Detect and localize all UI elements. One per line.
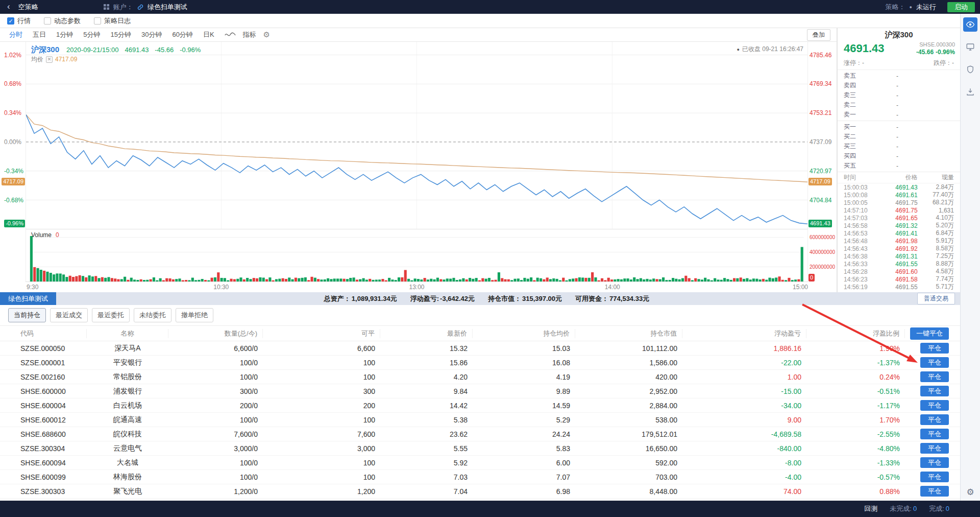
period-daily[interactable]: 日K [200, 30, 217, 39]
tab-recent-orders[interactable]: 最近委托 [92, 308, 130, 322]
period-60min[interactable]: 60分钟 [169, 30, 195, 39]
ask-level-3: 卖三- [838, 90, 960, 100]
watchlist-panel-icon[interactable] [963, 17, 977, 32]
position-row[interactable]: SHSE.600099林海股份100/01007.037.07703.00-4.… [0, 470, 960, 484]
position-name: 深天马A [87, 344, 168, 353]
overlay-button[interactable]: 叠加 [807, 29, 830, 41]
close-position-button[interactable]: 平仓 [920, 457, 949, 468]
period-5day[interactable]: 五日 [30, 30, 49, 39]
checkbox-box-strategy-log[interactable] [94, 17, 101, 25]
position-row[interactable]: SZSE.000001平安银行100/010015.8616.081,586.0… [0, 356, 960, 370]
close-position-button[interactable]: 平仓 [920, 357, 949, 368]
tick-column-header: 现量 [918, 173, 954, 182]
close-position-button[interactable]: 平仓 [920, 472, 949, 482]
tick-price: 4691.58 [880, 276, 917, 283]
tick-row: 15:00:054691.7568.21万 [838, 199, 960, 206]
indicator-button[interactable]: 指标 [243, 30, 256, 39]
strategy-title: 空策略 [18, 3, 38, 12]
bid-level-2-price: - [861, 133, 934, 140]
volume-chart-plot[interactable]: Volume 0 [26, 229, 808, 281]
period-30min[interactable]: 30分钟 [138, 30, 165, 39]
positions-panel: 当前持仓最近成交最近委托未结委托撤单拒绝 代码名称数量(总/今)可平最新价持仓均… [0, 305, 960, 501]
period-5min[interactable]: 5分钟 [80, 30, 103, 39]
position-avg-price: 14.59 [473, 402, 575, 410]
close-position-button[interactable]: 平仓 [920, 386, 949, 396]
position-closable: 200 [263, 402, 380, 410]
monitor-icon[interactable] [963, 40, 977, 54]
position-actions: 平仓 [905, 472, 960, 482]
shield-icon[interactable] [963, 62, 977, 77]
column-header-4: 最新价 [380, 329, 473, 338]
ask-level-3-label: 卖三 [844, 91, 861, 100]
close-position-button[interactable]: 平仓 [920, 343, 949, 354]
account-item-value: 774,534.33元 [609, 295, 649, 302]
avg-price-value: 4717.09 [55, 55, 77, 64]
finished-counter: 完成:0 [929, 504, 949, 513]
close-all-button[interactable]: 一键平仓 [910, 327, 949, 340]
close-position-button[interactable]: 平仓 [920, 443, 949, 454]
position-row[interactable]: SZSE.000050深天马A6,600/06,60015.3215.03101… [0, 341, 960, 356]
volume-axis-label: 600000000 [810, 234, 835, 241]
chart-header: 沪深300 2020-09-21/15:00 4691.43 -45.66 -0… [31, 45, 205, 64]
tab-open-orders[interactable]: 未结委托 [134, 308, 172, 322]
period-1min[interactable]: 1分钟 [53, 30, 76, 39]
checkbox-box-market[interactable]: ✓ [7, 17, 14, 25]
position-row[interactable]: SZSE.300303聚飞光电1,200/01,2007.046.988,448… [0, 484, 960, 499]
account-name[interactable]: 绿色扫单测试 [148, 3, 187, 12]
period-fenshi[interactable]: 分时 [6, 30, 26, 39]
trade-mode-button[interactable]: 普通交易 [917, 293, 955, 304]
tick-time: 14:57:10 [844, 207, 880, 214]
account-item-value: -3,642.42元 [440, 295, 475, 302]
avg-price-badge-left: 4717.09 [2, 178, 25, 185]
bid-level-4: 买四- [838, 151, 960, 161]
limit-row: 涨停：- 跌停：- [838, 58, 960, 70]
start-button[interactable]: 启动 [947, 2, 975, 12]
position-qty: 100/0 [168, 416, 263, 424]
close-position-button[interactable]: 平仓 [920, 371, 949, 382]
position-qty: 7,600/0 [168, 430, 263, 438]
checkbox-box-dynamic-params[interactable] [44, 17, 51, 25]
position-row[interactable]: SHSE.688600皖仪科技7,600/07,60023.6224.24179… [0, 427, 960, 441]
position-row[interactable]: SHSE.600004白云机场200/020014.4214.592,884.0… [0, 398, 960, 413]
position-code: SZSE.300303 [0, 487, 87, 496]
period-15min[interactable]: 15分钟 [107, 30, 134, 39]
chart-column: 分时五日1分钟5分钟15分钟30分钟60分钟日K 指标 ⚙ 叠加 [0, 28, 837, 292]
backtest-button[interactable]: 回测 [864, 504, 877, 513]
tick-table-header: 时间价格现量 [838, 172, 960, 183]
position-code: SHSE.600004 [0, 402, 87, 410]
left-axis-label: -0.34% [4, 168, 23, 175]
position-row[interactable]: SZSE.300304云意电气3,000/03,0005.555.8316,65… [0, 441, 960, 456]
tab-rejected-orders[interactable]: 撤单拒绝 [176, 308, 213, 322]
position-qty: 6,600/0 [168, 344, 263, 353]
time-axis-label: 15:00 [793, 284, 808, 291]
tick-time: 15:00:08 [844, 192, 880, 199]
position-row[interactable]: SZSE.002160常铝股份100/01004.204.19420.001.0… [0, 370, 960, 384]
price-chart-plot[interactable]: 沪深300 2020-09-21/15:00 4691.43 -45.66 -0… [26, 42, 808, 229]
position-row[interactable]: SHSE.600000浦发银行300/03009.849.892,952.00-… [0, 384, 960, 398]
checkbox-market[interactable]: ✓行情 [7, 16, 31, 26]
settings-gear-icon[interactable]: ⚙ [966, 487, 974, 498]
run-status-text: 未运行 [916, 3, 936, 12]
avg-toggle-icon[interactable]: ✕ [46, 56, 53, 63]
export-report-icon[interactable] [963, 85, 977, 99]
checkbox-dynamic-params[interactable]: 动态参数 [44, 16, 81, 26]
checkbox-strategy-log[interactable]: 策略日志 [94, 16, 131, 26]
close-position-button[interactable]: 平仓 [920, 486, 949, 497]
chart-settings-icon[interactable]: ⚙ [263, 30, 270, 39]
back-button[interactable]: ‹ [5, 2, 14, 12]
bid-level-2: 买二- [838, 132, 960, 142]
positions-table-body: SZSE.000050深天马A6,600/06,60015.3215.03101… [0, 341, 960, 501]
position-code: SHSE.600099 [0, 473, 87, 481]
position-row[interactable]: SHSE.600012皖通高速100/01005.385.29538.009.0… [0, 413, 960, 427]
quote-symbol-title: 沪深300 [838, 30, 960, 40]
line-style-icon[interactable] [225, 32, 236, 38]
close-position-button[interactable]: 平仓 [920, 429, 949, 439]
tab-recent-trades[interactable]: 最近成交 [50, 308, 88, 322]
bottom-status-bar: 回测 未完成:0 完成:0 [0, 501, 980, 517]
position-row[interactable]: SHSE.600094大名城100/01005.926.00592.00-8.0… [0, 456, 960, 470]
close-position-button[interactable]: 平仓 [920, 400, 949, 411]
account-tab[interactable]: 绿色扫单测试 [0, 292, 56, 305]
time-axis: 9:3010:3013:0014:0015:00 [26, 281, 808, 292]
tab-current-positions[interactable]: 当前持仓 [8, 308, 46, 322]
close-position-button[interactable]: 平仓 [920, 414, 949, 425]
